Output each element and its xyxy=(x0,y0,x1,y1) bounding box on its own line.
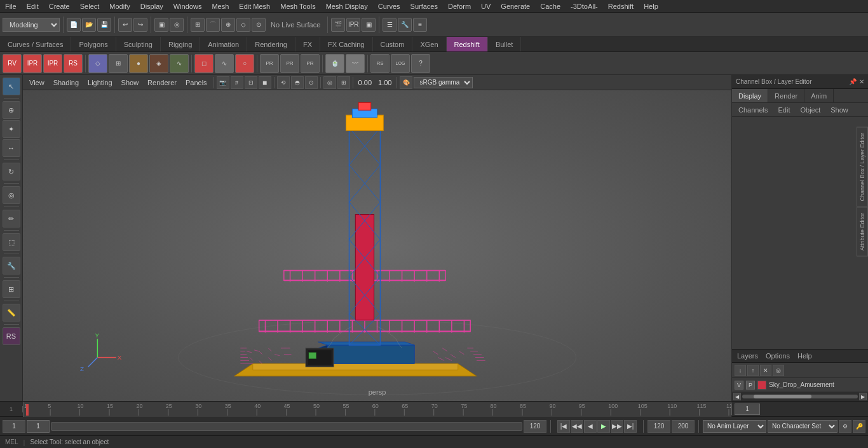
tab-bullet[interactable]: Bullet xyxy=(488,37,522,51)
vp-backface-btn[interactable]: ◓ xyxy=(291,76,304,89)
ch-tab-channels[interactable]: Channels xyxy=(735,106,771,114)
side-tab-attribute-editor[interactable]: Attribute Editor xyxy=(857,207,868,257)
rp-tab-display[interactable]: Display xyxy=(732,89,768,102)
vp-colorspace-icon[interactable]: 🎨 xyxy=(400,76,412,89)
layer-add-selected-btn[interactable]: ↓ xyxy=(735,365,746,376)
menu-3dtall[interactable]: -3DtoAll- xyxy=(566,1,603,11)
layers-tab-options[interactable]: Options xyxy=(763,352,792,360)
shelf-bowl[interactable]: 🍵 xyxy=(325,54,344,73)
tab-fx[interactable]: FX xyxy=(295,37,320,51)
menu-modify[interactable]: Modify xyxy=(104,1,135,11)
layer-playback-0[interactable]: P xyxy=(746,381,755,390)
vp-menu-panels[interactable]: Panels xyxy=(182,79,211,86)
tab-rendering[interactable]: Rendering xyxy=(247,37,295,51)
play-forward-btn[interactable]: ▶ xyxy=(597,420,610,433)
menu-uv[interactable]: UV xyxy=(476,1,496,11)
menu-create[interactable]: Create xyxy=(44,1,75,11)
snap-grid-btn[interactable]: ⊞ xyxy=(191,18,205,32)
vp-grid-btn[interactable]: # xyxy=(231,76,243,89)
select-tool-btn[interactable]: ↖ xyxy=(3,78,20,95)
tab-fx-caching[interactable]: FX Caching xyxy=(320,37,372,51)
marquee-sel-btn[interactable]: ⬚ xyxy=(3,233,20,251)
workspace-dropdown[interactable]: Modeling xyxy=(3,18,60,32)
menu-windows[interactable]: Windows xyxy=(168,1,207,11)
menu-deform[interactable]: Deform xyxy=(443,1,476,11)
measure-btn[interactable]: 📏 xyxy=(3,304,20,322)
shelf-pr1[interactable]: PR xyxy=(260,54,279,73)
layer-visibility-0[interactable]: V xyxy=(735,381,743,390)
vp-cam-btn[interactable]: 📷 xyxy=(217,76,229,89)
play-go-start-btn[interactable]: |◀ xyxy=(557,420,570,433)
vp-shaded-btn[interactable]: ◼ xyxy=(259,76,271,89)
shelf-question[interactable]: ? xyxy=(411,54,430,73)
tab-polygons[interactable]: Polygons xyxy=(71,37,116,51)
anim-end-field[interactable] xyxy=(648,420,670,433)
layer-clear-btn[interactable]: ✕ xyxy=(760,365,771,376)
shelf-ipr2[interactable]: IPR xyxy=(43,54,62,73)
lhs-thumb[interactable] xyxy=(754,395,811,398)
play-prev-frame-btn[interactable]: ◀ xyxy=(584,420,597,433)
play-next-frame-btn[interactable]: ▶▶ xyxy=(611,420,623,433)
menu-redshift[interactable]: Redshift xyxy=(603,1,639,11)
snap-curve-btn[interactable]: ⌒ xyxy=(206,18,220,32)
ch-tab-show[interactable]: Show xyxy=(827,106,852,114)
render-btn[interactable]: 🎬 xyxy=(331,18,345,32)
menu-cache[interactable]: Cache xyxy=(535,1,566,11)
lhs-right-btn[interactable]: ▶ xyxy=(859,393,867,400)
bc-preferences-btn[interactable]: ⚙ xyxy=(839,420,851,433)
vp-isolate-btn[interactable]: ◎ xyxy=(323,76,336,89)
vp-menu-shading[interactable]: Shading xyxy=(50,79,83,86)
shelf-pr3[interactable]: PR xyxy=(301,54,320,73)
tab-sculpting[interactable]: Sculpting xyxy=(116,37,161,51)
menu-curves[interactable]: Curves xyxy=(373,1,405,11)
layer-item-0[interactable]: V P Sky_Drop_Amusement xyxy=(732,378,868,392)
soft-select-btn[interactable]: ◎ xyxy=(3,186,20,204)
tab-curves-surfaces[interactable]: Curves / Surfaces xyxy=(0,37,71,51)
menu-display[interactable]: Display xyxy=(135,1,168,11)
shelf-render-view[interactable]: RV xyxy=(3,54,22,73)
menu-edit-mesh[interactable]: Edit Mesh xyxy=(234,1,275,11)
shelf-rs[interactable]: RS xyxy=(64,54,83,73)
frame-field[interactable] xyxy=(27,420,50,433)
vp-menu-lighting[interactable]: Lighting xyxy=(84,79,116,86)
shelf-log[interactable]: LOG xyxy=(391,54,410,73)
show-manip-btn[interactable]: 🔧 xyxy=(3,257,20,275)
timeline-range-bar[interactable] xyxy=(51,422,522,431)
menu-edit[interactable]: Edit xyxy=(22,1,44,11)
menu-generate[interactable]: Generate xyxy=(496,1,535,11)
ipr-btn[interactable]: IPR xyxy=(346,18,360,32)
shelf-wave[interactable]: 〰 xyxy=(346,54,365,73)
shelf-pr2[interactable]: PR xyxy=(280,54,299,73)
shelf-rs-light[interactable]: RS xyxy=(370,54,390,73)
viewport-canvas[interactable]: X Y Z persp xyxy=(23,90,731,401)
tab-rigging[interactable]: Rigging xyxy=(161,37,200,51)
layer-remove-selected-btn[interactable]: ↑ xyxy=(747,365,759,376)
ch-tab-edit[interactable]: Edit xyxy=(774,106,794,114)
current-frame-input[interactable] xyxy=(735,404,760,415)
lasso-btn[interactable]: ◎ xyxy=(170,18,184,32)
vp-menu-view[interactable]: View xyxy=(25,79,48,86)
rotate-tool-btn[interactable]: ✦ xyxy=(3,120,20,138)
menu-mesh-display[interactable]: Mesh Display xyxy=(321,1,373,11)
fps-field[interactable] xyxy=(672,420,695,433)
menu-select[interactable]: Select xyxy=(75,1,105,11)
layer-color-swatch-0[interactable] xyxy=(757,381,766,390)
side-tab-channel-box[interactable]: Channel Box / Layer Editor xyxy=(857,127,868,207)
character-set-dropdown[interactable]: No Character Set xyxy=(768,420,837,433)
vp-wire-btn[interactable]: ⊡ xyxy=(245,76,257,89)
ch-tab-object[interactable]: Object xyxy=(796,106,824,114)
layer-select-btn[interactable]: ◎ xyxy=(773,365,784,376)
tab-custom[interactable]: Custom xyxy=(373,37,413,51)
tab-xgen[interactable]: XGen xyxy=(412,37,446,51)
shelf-cube[interactable]: ◻ xyxy=(194,54,214,73)
paint-sel-btn[interactable]: ✏ xyxy=(3,210,20,227)
timeline-ruler[interactable] xyxy=(23,402,731,417)
range-end-field[interactable] xyxy=(524,420,546,433)
menu-mesh-tools[interactable]: Mesh Tools xyxy=(275,1,320,11)
anim-layer-dropdown[interactable]: No Anim Layer xyxy=(703,420,766,433)
shelf-op2[interactable]: ○ xyxy=(235,54,254,73)
redo-btn[interactable]: ↪ xyxy=(133,18,147,32)
play-prev-key-btn[interactable]: ◀◀ xyxy=(571,420,583,433)
layers-tab-layers[interactable]: Layers xyxy=(735,352,761,360)
shelf-grid[interactable]: ⊞ xyxy=(109,54,128,73)
